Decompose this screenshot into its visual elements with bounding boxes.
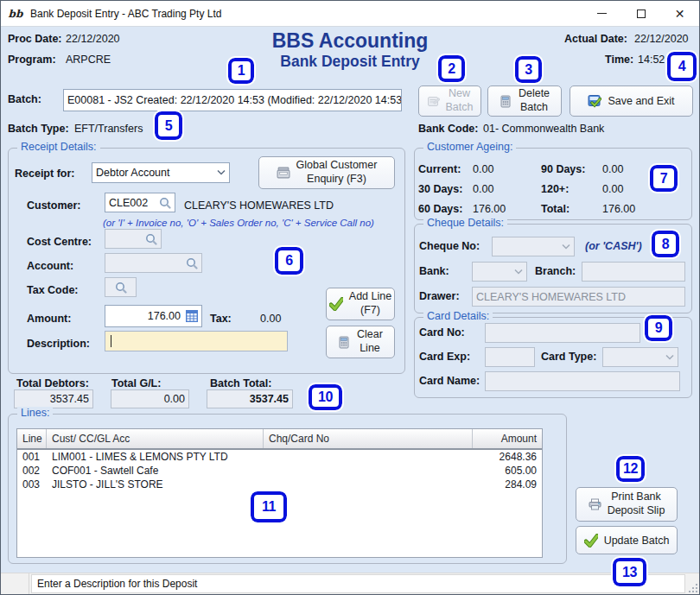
status-bar: Enter a Description for this Deposit bbox=[1, 573, 699, 594]
total-debtors-field: 3537.45 bbox=[14, 389, 93, 408]
row-account: COF001 - Sawtell Cafe bbox=[47, 465, 264, 477]
time-label: Time: bbox=[605, 54, 633, 66]
global-enquiry-label-1: Global Customer bbox=[296, 159, 378, 171]
row-account: JILSTO - JILL'S STORE bbox=[47, 478, 264, 491]
cheque-no-label: Cheque No: bbox=[419, 240, 480, 252]
global-enquiry-icon bbox=[277, 166, 290, 180]
resize-grip-icon[interactable] bbox=[687, 582, 697, 592]
receipt-for-select[interactable]: Debtor Account bbox=[92, 162, 230, 183]
text-cursor bbox=[111, 335, 111, 347]
ageing-total-value: 176.00 bbox=[602, 203, 635, 215]
cost-centre-field[interactable] bbox=[105, 229, 162, 249]
magnifier-icon[interactable] bbox=[115, 282, 127, 294]
tax-value: 0.00 bbox=[260, 313, 281, 325]
magnifier-icon[interactable] bbox=[186, 257, 198, 269]
global-enquiry-label-2: Enquiry (F3) bbox=[307, 173, 366, 185]
new-batch-button: NewBatch bbox=[418, 85, 481, 117]
receipt-details-section-label: Receipt Details: bbox=[17, 141, 100, 153]
tax-code-label: Tax Code: bbox=[27, 284, 79, 296]
row-line-no: 003 bbox=[17, 478, 47, 491]
branch-field bbox=[582, 262, 685, 282]
magnifier-icon[interactable] bbox=[159, 197, 171, 209]
save-exit-icon bbox=[588, 94, 601, 108]
customer-name: CLEARY'S HOMEWARES LTD bbox=[184, 199, 334, 212]
print-slip-label-1: Print Bank bbox=[611, 491, 661, 503]
total-debtors-value: 3537.45 bbox=[50, 393, 89, 405]
save-and-exit-label: Save and Exit bbox=[608, 95, 674, 107]
minimize-button[interactable] bbox=[582, 1, 621, 26]
print-bank-deposit-slip-button[interactable]: Print BankDeposit Slip bbox=[576, 487, 678, 522]
col-header-chq-card[interactable]: Chq/Card No bbox=[264, 429, 473, 448]
customer-ageing-section-label: Customer Ageing: bbox=[423, 141, 516, 153]
callout-9: 9 bbox=[645, 315, 672, 341]
lines-section-label: Lines: bbox=[17, 407, 53, 419]
status-bar-left-panel bbox=[1, 573, 29, 594]
drawer-label: Drawer: bbox=[419, 290, 460, 302]
maximize-button[interactable] bbox=[621, 1, 660, 26]
batch-type-label: Batch Type: bbox=[8, 123, 69, 135]
magnifier-icon[interactable] bbox=[145, 233, 157, 245]
bank-label: Bank: bbox=[419, 265, 449, 277]
batch-total-field: 3537.45 bbox=[207, 389, 293, 408]
col-header-amount[interactable]: Amount bbox=[473, 429, 542, 448]
status-message-panel: Enter a Description for this Deposit bbox=[31, 574, 685, 593]
card-exp-field bbox=[485, 347, 535, 367]
description-field[interactable] bbox=[105, 331, 288, 351]
ageing-90-label: 90 Days: bbox=[541, 163, 585, 175]
add-line-button[interactable]: Add Line(F7) bbox=[326, 288, 395, 320]
amount-field[interactable]: 176.00 bbox=[105, 305, 202, 327]
ageing-current-value: 0.00 bbox=[473, 163, 493, 175]
new-batch-icon bbox=[427, 95, 440, 108]
card-type-label: Card Type: bbox=[541, 351, 596, 363]
callout-13: 13 bbox=[613, 558, 646, 586]
save-and-exit-button[interactable]: Save and Exit bbox=[570, 85, 693, 117]
row-line-no: 001 bbox=[17, 451, 47, 463]
clear-line-button[interactable]: ClearLine bbox=[326, 326, 395, 358]
ageing-120-label: 120+: bbox=[541, 183, 569, 195]
card-details-section-label: Card Details: bbox=[423, 310, 493, 322]
card-name-label: Card Name: bbox=[419, 375, 480, 387]
amount-value: 176.00 bbox=[148, 310, 181, 322]
tax-code-field[interactable] bbox=[105, 277, 137, 297]
update-batch-button[interactable]: Update Batch bbox=[576, 526, 678, 554]
update-batch-label: Update Batch bbox=[604, 535, 670, 547]
col-header-line[interactable]: Line bbox=[17, 429, 47, 448]
callout-1: 1 bbox=[228, 58, 254, 84]
global-customer-enquiry-button[interactable]: Global CustomerEnquiry (F3) bbox=[258, 156, 395, 189]
cheque-details-section-label: Cheque Details: bbox=[423, 217, 507, 229]
bank-select bbox=[472, 262, 527, 282]
main-area: Proc Date: 22/12/2020 Program: ARPCRE BB… bbox=[1, 27, 699, 574]
table-row[interactable]: 002 COF001 - Sawtell Cafe 605.00 bbox=[17, 464, 542, 478]
batch-label: Batch: bbox=[8, 93, 41, 105]
total-gl-label: Total G/L: bbox=[111, 377, 161, 389]
table-row[interactable]: 001 LIM001 - LIMES & LEMONS PTY LTD 2648… bbox=[17, 450, 542, 464]
receipt-for-value: Debtor Account bbox=[96, 167, 169, 179]
close-button[interactable]: ✕ bbox=[660, 1, 699, 26]
dropdown-chevron-icon bbox=[217, 169, 226, 176]
app-window: bb Bank Deposit Entry - ABC Trading Pty … bbox=[0, 0, 700, 595]
title-bar: bb Bank Deposit Entry - ABC Trading Pty … bbox=[1, 1, 699, 27]
account-field[interactable] bbox=[105, 253, 202, 273]
batch-total-value: 3537.45 bbox=[250, 393, 289, 405]
batch-select[interactable]: E00081 - JS2 Created: 22/12/2020 14:53 (… bbox=[63, 89, 402, 111]
delete-batch-label-1: Delete bbox=[519, 87, 550, 99]
or-cash-hint: (or 'CASH') bbox=[585, 240, 642, 252]
row-amount: 284.09 bbox=[473, 478, 542, 491]
ageing-30-value: 0.00 bbox=[473, 183, 493, 195]
table-row[interactable]: 003 JILSTO - JILL'S STORE 284.09 bbox=[17, 478, 542, 491]
dropdown-chevron-icon bbox=[665, 354, 674, 361]
clear-line-label-1: Clear bbox=[357, 328, 383, 340]
calculator-grid-icon[interactable] bbox=[186, 310, 198, 322]
col-header-account[interactable]: Cust/ CC/GL Acc bbox=[47, 429, 264, 448]
actual-date-value: 22/12/2020 bbox=[634, 33, 689, 45]
delete-batch-button[interactable]: DeleteBatch bbox=[487, 85, 562, 117]
callout-7: 7 bbox=[650, 165, 678, 192]
callout-2: 2 bbox=[438, 55, 465, 82]
callout-12: 12 bbox=[616, 456, 645, 482]
delete-batch-icon bbox=[500, 95, 512, 108]
customer-code-field[interactable]: CLE002 bbox=[105, 193, 175, 212]
customer-code-value: CLE002 bbox=[109, 197, 148, 209]
ageing-60-value: 176.00 bbox=[473, 203, 506, 215]
row-amount: 605.00 bbox=[473, 465, 542, 477]
card-type-select bbox=[602, 347, 678, 367]
